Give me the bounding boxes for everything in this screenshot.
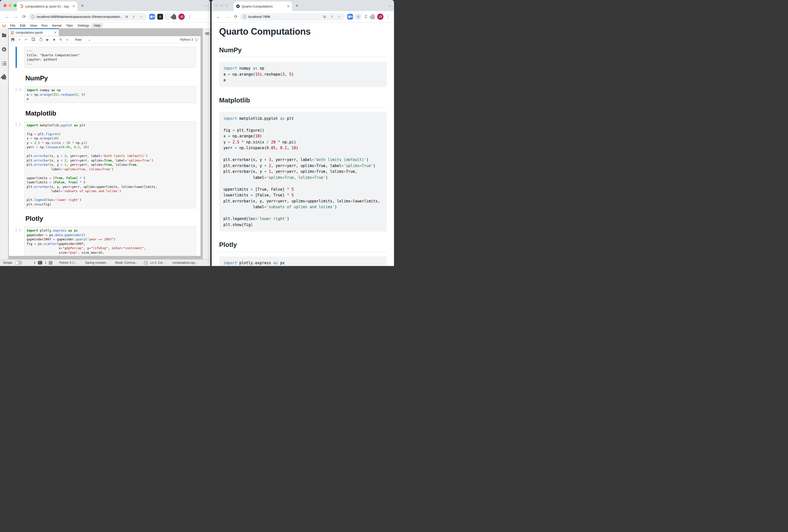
cell-gutter[interactable]: [ ]:	[15, 86, 24, 103]
code-line: hover_name="country")	[27, 255, 194, 256]
markdown-heading-cell[interactable]: Plotly	[25, 215, 198, 223]
bookmark-star-icon[interactable]: ☆	[138, 15, 144, 19]
reload-button[interactable]: ⟳	[232, 14, 240, 19]
react-devtools-extension-icon[interactable]: ⊛	[355, 14, 361, 20]
tab-close-icon[interactable]: ✕	[72, 4, 75, 8]
cell-editor[interactable]: import matplotlib.pyplot as plt fig = pl…	[24, 121, 196, 208]
terminal-icon: $_	[38, 261, 42, 265]
menu-item-settings[interactable]: Settings	[75, 23, 92, 28]
cell-editor[interactable]: ---title: "Quarto Computations"jupyter: …	[24, 47, 196, 68]
cell-type-select[interactable]: Raw ⌄	[75, 38, 91, 41]
reload-button[interactable]: ⟳	[20, 14, 28, 19]
browser-menu-icon[interactable]: ⋮	[187, 15, 192, 19]
window-controls[interactable]	[3, 4, 17, 7]
running-kernels-icon[interactable]	[2, 47, 6, 52]
maximize-window-button[interactable]	[225, 4, 228, 7]
kernel-status-text[interactable]: Python 3 | I...	[59, 261, 77, 265]
document-extension-icon[interactable]	[165, 14, 170, 19]
video-call-extension-icon[interactable]	[149, 14, 155, 20]
cell-collapser[interactable]	[16, 47, 17, 68]
video-call-extension-icon[interactable]	[347, 14, 353, 20]
paste-cell-button[interactable]	[40, 38, 42, 41]
stop-kernel-button[interactable]: ■	[53, 38, 55, 41]
cell-editor[interactable]: import plotly.express as pxgapminder = p…	[24, 227, 196, 256]
code-line: plt.show(fig)	[223, 222, 383, 228]
open-in-new-icon[interactable]: ⧉	[322, 15, 327, 19]
profile-avatar[interactable]: JJ	[178, 14, 185, 20]
run-all-button[interactable]: »	[66, 38, 68, 41]
extension-manager-icon[interactable]	[2, 75, 6, 79]
table-of-contents-icon[interactable]	[2, 62, 6, 65]
quarto-page: Quarto Computations NumPyimport numpy as…	[212, 23, 394, 266]
extensions-puzzle-icon[interactable]	[371, 15, 375, 19]
code-block[interactable]: import numpy as npa = np.arange(15).resh…	[219, 62, 387, 87]
minimize-window-button[interactable]	[220, 4, 223, 7]
cell-editor[interactable]: import numpy as npa = np.arange(15).resh…	[24, 86, 196, 103]
bookmark-star-icon[interactable]: ☆	[336, 15, 342, 19]
markdown-heading-cell[interactable]: NumPy	[25, 74, 198, 82]
back-button[interactable]: ←	[214, 14, 223, 19]
save-button[interactable]	[11, 38, 14, 41]
menu-item-file[interactable]: File	[8, 23, 18, 28]
address-bar[interactable]: i localhost:8889/lab/workspaces/auto-S/t…	[28, 13, 147, 21]
code-block[interactable]: import plotly.express as pxgapminder = p…	[219, 257, 387, 266]
browser-tab[interactable]: computations.ip (auto-S) - Jup ✕	[17, 1, 77, 11]
react-devtools-extension-icon[interactable]: ⊛	[157, 14, 163, 20]
new-tab-button[interactable]: +	[296, 3, 298, 8]
maximize-window-button[interactable]	[14, 4, 17, 7]
cell-gutter[interactable]	[15, 47, 24, 68]
notebook-tab[interactable]: computations.ipynb ✕	[8, 28, 59, 36]
menu-item-view[interactable]: View	[28, 23, 39, 28]
kernel-name[interactable]: Python 3	[180, 38, 193, 41]
site-info-icon[interactable]: i	[243, 15, 246, 19]
share-icon[interactable]: ⇧	[329, 15, 334, 19]
code-block[interactable]: import matplotlib.pyplot as plt fig = pl…	[219, 112, 387, 232]
property-inspector-gears-icon[interactable]: ⚙⚙	[203, 32, 210, 36]
command-mode-indicator[interactable]: Mode: Comma...	[115, 261, 138, 265]
menu-item-edit[interactable]: Edit	[18, 23, 28, 28]
copy-cell-button[interactable]	[33, 38, 35, 41]
menu-item-help[interactable]: Help	[92, 23, 103, 28]
open-in-new-icon[interactable]: ⧉	[124, 15, 129, 19]
markdown-heading-cell[interactable]: Matplotlib	[25, 109, 198, 117]
code-line: a = np.arange(15).reshape(3, 5)	[27, 93, 194, 97]
code-line: y = 2.5 * np.sin(x / 20 * np.pi)	[27, 141, 194, 145]
tab-close-icon[interactable]: ✕	[287, 4, 290, 8]
window-controls[interactable]	[215, 4, 228, 7]
back-button[interactable]: ←	[2, 14, 11, 19]
simple-mode-toggle[interactable]	[15, 261, 22, 265]
code-line: x="gdpPercap", y="lifeExp", color="conti…	[27, 246, 194, 250]
minimize-window-button[interactable]	[8, 4, 12, 7]
url-text[interactable]: localhost:8889/lab/workspaces/auto-S/tre…	[37, 15, 122, 19]
menu-item-tabs[interactable]: Tabs	[64, 23, 75, 28]
kernels-count: 1	[45, 261, 46, 265]
z-extension-icon[interactable]: Z	[363, 14, 368, 19]
menu-item-run[interactable]: Run	[39, 23, 50, 28]
restart-kernel-button[interactable]: ↻	[59, 38, 62, 41]
browser-menu-icon[interactable]: ⋮	[386, 15, 391, 19]
run-cell-button[interactable]: ▶	[46, 38, 49, 41]
add-cell-button[interactable]: +	[19, 38, 21, 41]
address-bar[interactable]: i localhost:7896 ⧉ ⇧ ☆	[240, 13, 345, 21]
code-line: plt.legend(loc='lower right')	[27, 198, 194, 202]
menu-item-kernel[interactable]: Kernel	[50, 23, 64, 28]
cell-gutter[interactable]: [ ]:	[15, 227, 24, 256]
notebook-tab-close-icon[interactable]: ✕	[54, 31, 57, 34]
close-window-button[interactable]	[215, 4, 218, 7]
site-info-icon[interactable]: i	[31, 15, 35, 19]
forward-button[interactable]: →	[11, 14, 20, 19]
tab-search-chevron-icon[interactable]: ⌄	[388, 3, 391, 7]
profile-avatar[interactable]: JJ	[377, 14, 383, 20]
extensions-puzzle-icon[interactable]	[172, 15, 176, 19]
url-text[interactable]: localhost:7896	[248, 15, 320, 19]
cell-gutter[interactable]: [ ]:	[15, 121, 24, 208]
close-window-button[interactable]	[3, 4, 6, 7]
cursor-position[interactable]: Ln 2, Col ...	[150, 261, 165, 265]
tab-search-chevron-icon[interactable]: ⌄	[204, 3, 207, 7]
share-icon[interactable]: ⇧	[131, 15, 136, 19]
file-browser-icon[interactable]	[2, 34, 6, 37]
forward-button[interactable]: →	[223, 14, 232, 19]
cut-cell-button[interactable]: ✂	[25, 38, 28, 41]
new-tab-button[interactable]: +	[81, 3, 84, 8]
browser-tab[interactable]: ● Quarto Computations ✕	[234, 1, 292, 11]
